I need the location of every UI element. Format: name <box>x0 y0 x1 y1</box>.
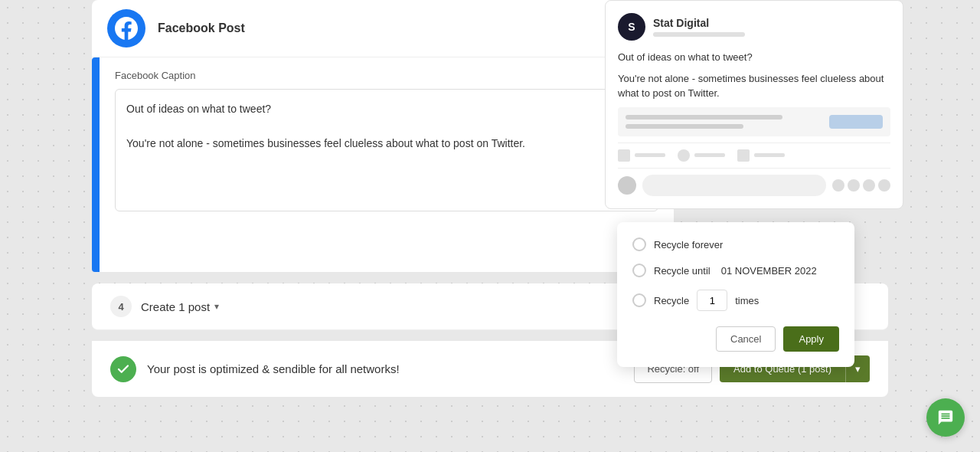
preview-comment-input[interactable] <box>642 175 826 196</box>
step-chevron-icon[interactable]: ▾ <box>214 301 219 312</box>
recycle-times-option[interactable]: Recycle 1 times <box>632 290 839 311</box>
step-number: 4 <box>110 296 132 317</box>
recycle-until-radio[interactable] <box>632 264 646 277</box>
emoji-comment-icon <box>832 179 844 192</box>
recycle-forever-option[interactable]: Recycle forever <box>632 237 839 251</box>
preview-company-name: Stat Digital <box>653 17 745 29</box>
preview-avatar <box>618 176 636 195</box>
caption-box[interactable]: Out of ideas on what to tweet? You're no… <box>115 89 658 211</box>
apply-button[interactable]: Apply <box>783 326 839 352</box>
recycle-popup-actions: Cancel Apply <box>632 326 839 352</box>
facebook-post-card: Facebook Post Facebook Caption Out of id… <box>92 0 674 272</box>
recycle-until-date: 01 NOVEMBER 2022 <box>721 265 817 277</box>
main-container: Facebook Post Facebook Caption Out of id… <box>0 0 980 452</box>
caption-label: Facebook Caption <box>115 70 658 81</box>
preview-logo: S <box>618 13 645 41</box>
preview-line <box>653 32 745 37</box>
facebook-blue-bar <box>92 57 100 272</box>
preview-like-action <box>618 149 665 162</box>
recycle-times-suffix: times <box>735 295 759 306</box>
recycle-until-option[interactable]: Recycle until 01 NOVEMBER 2022 <box>632 264 839 277</box>
recycle-times-input[interactable]: 1 <box>697 290 727 311</box>
step-label: Create 1 post <box>141 300 210 313</box>
chat-bubble-button[interactable] <box>926 398 965 437</box>
facebook-post-body: Facebook Caption Out of ideas on what to… <box>92 57 674 272</box>
cancel-button[interactable]: Cancel <box>716 326 776 352</box>
camera-comment-icon <box>848 179 860 192</box>
success-icon <box>110 356 136 382</box>
preview-share-action <box>737 149 785 162</box>
recycle-popup: Recycle forever Recycle until 01 NOVEMBE… <box>617 222 854 367</box>
preview-text2: You're not alone - sometimes businesses … <box>618 71 890 101</box>
recycle-forever-radio[interactable] <box>632 237 646 251</box>
recycle-forever-label: Recycle forever <box>654 239 723 251</box>
preview-comment-action <box>678 149 725 162</box>
preview-card: S Stat Digital Out of ideas on what to t… <box>605 0 903 209</box>
facebook-post-header: Facebook Post <box>92 0 674 57</box>
success-text: Your post is optimized & sendible for al… <box>147 362 400 375</box>
caption-text: Out of ideas on what to tweet? You're no… <box>126 100 647 152</box>
preview-comment-icons <box>832 179 890 192</box>
facebook-post-title: Facebook Post <box>158 21 245 35</box>
preview-actions <box>618 142 890 169</box>
facebook-content-area: Facebook Caption Out of ideas on what to… <box>100 57 674 272</box>
preview-text1: Out of ideas on what to tweet? <box>618 50 890 65</box>
preview-header: S Stat Digital <box>618 13 890 41</box>
sticker-comment-icon <box>878 179 890 192</box>
preview-comment-box <box>618 175 890 196</box>
preview-company-info: Stat Digital <box>653 17 745 37</box>
facebook-icon <box>107 9 145 47</box>
recycle-times-radio[interactable] <box>632 293 646 307</box>
recycle-until-label: Recycle until <box>654 265 710 277</box>
gif-comment-icon <box>863 179 875 192</box>
recycle-times-label: Recycle <box>654 295 689 306</box>
